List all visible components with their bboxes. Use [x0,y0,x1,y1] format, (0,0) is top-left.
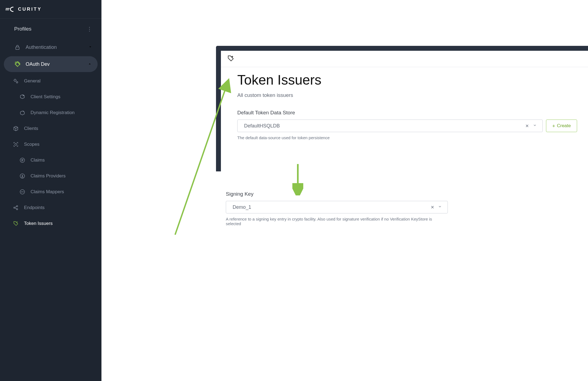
svg-point-4 [14,79,16,81]
sidebar-item-label: Claims Mappers [31,189,64,195]
signing-key-value: Demo_1 [233,204,428,210]
brand-name: CURITY [18,7,42,12]
panel-body: Token Issuers All custom token issuers D… [221,67,588,151]
sidebar-item-claims-mappers[interactable]: Claims Mappers [0,184,101,200]
plus-icon: + [552,123,555,129]
box-plus-icon [19,109,26,116]
target-icon [13,141,19,148]
sidebar-item-label: Client Settings [31,94,61,100]
sidebar-item-oauth-dev[interactable]: OAuth Dev [4,56,98,72]
data-store-label: Default Token Data Store [237,110,577,116]
sidebar-item-label: Clients [24,126,38,131]
share-icon [13,204,19,211]
lock-icon [14,44,21,50]
sidebar-item-label: General [24,78,40,84]
data-store-help: The default data-source used for token p… [237,135,461,140]
profiles-header: Profiles ⋮ [0,19,101,39]
profiles-label: Profiles [14,26,31,32]
sidebar-item-label: Authentication [26,44,57,50]
chevron-down-icon[interactable] [531,123,539,128]
tag-icon [14,61,21,67]
svg-point-7 [15,143,17,145]
download-circle-icon [19,173,26,179]
sidebar-item-label: Scopes [24,142,40,147]
tag-plus-icon [13,220,19,227]
sidebar-item-token-issuers[interactable]: Token Issuers [0,216,101,231]
box-gear-icon [19,94,26,100]
svg-rect-2 [16,47,19,49]
sidebar-item-general[interactable]: General [0,73,101,89]
sidebar-item-label: Token Issuers [24,221,53,226]
svg-point-5 [16,82,18,83]
sidebar-item-label: Claims [31,157,45,163]
sidebar-item-dynamic-registration[interactable]: Dynamic Registration [0,105,101,121]
profiles-menu-icon[interactable]: ⋮ [87,26,92,32]
chevron-up-icon [88,61,92,67]
data-store-field: Default Token Data Store DefaultHSQLDB ✕… [237,110,577,140]
link-circle-icon [19,189,26,195]
sidebar-item-authentication[interactable]: Authentication [0,39,101,55]
signing-key-label: Signing Key [226,191,566,197]
page-title: Token Issuers [237,72,577,88]
svg-point-6 [23,95,24,96]
clear-icon[interactable]: ✕ [428,205,436,210]
create-button-label: Create [557,123,571,129]
sidebar-oauth-children: General Client Settings Dynamic Registra… [0,73,101,231]
sidebar-item-scopes[interactable]: Scopes [0,136,101,152]
sidebar: CURITY Profiles ⋮ Authentication OAuth D… [0,0,101,381]
sidebar-item-claims[interactable]: Claims [0,152,101,168]
sidebar-item-claims-providers[interactable]: Claims Providers [0,168,101,184]
tag-plus-header-icon [227,55,235,63]
signing-key-field: Signing Key Demo_1 ✕ A reference to a si… [226,191,566,226]
brand-logo-icon [5,6,15,13]
brand-bar: CURITY [0,0,101,19]
sidebar-item-label: Claims Providers [31,173,65,179]
page-subtitle: All custom token issuers [237,92,577,98]
list-circle-icon [19,157,26,163]
sidebar-item-clients[interactable]: Clients [0,121,101,136]
sidebar-item-endpoints[interactable]: Endpoints [0,200,101,216]
panel-toolbar [221,51,588,67]
chevron-down-icon[interactable] [436,205,444,210]
clear-icon[interactable]: ✕ [523,123,531,129]
panel-frame: Token Issuers All custom token issuers D… [216,46,588,171]
data-store-select[interactable]: DefaultHSQLDB ✕ [237,120,543,132]
gears-icon [13,78,19,84]
create-button[interactable]: + Create [546,120,577,132]
sidebar-item-label: Dynamic Registration [31,110,75,115]
sidebar-item-label: Endpoints [24,205,45,210]
sidebar-item-client-settings[interactable]: Client Settings [0,89,101,105]
cube-icon [13,125,19,132]
main-content: Token Issuers All custom token issuers D… [101,0,588,381]
data-store-value: DefaultHSQLDB [244,123,523,129]
chevron-down-icon [88,44,92,50]
sidebar-item-label: OAuth Dev [26,61,50,67]
signing-key-help: A reference to a signing key entry in cr… [226,217,444,226]
signing-key-select[interactable]: Demo_1 ✕ [226,201,448,213]
